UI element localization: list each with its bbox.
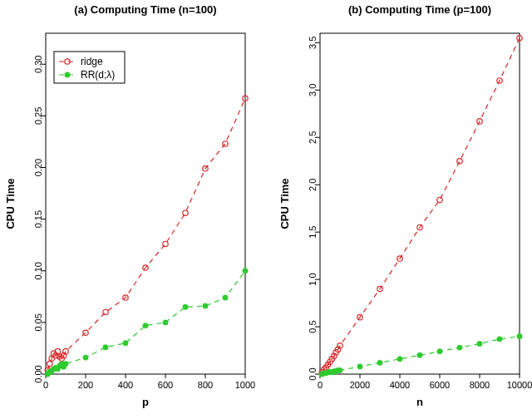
y-tick-label: 0.5 — [308, 320, 318, 333]
series-point-rr — [243, 269, 248, 274]
x-tick-label: 400 — [118, 380, 133, 390]
y-tick-label: 2.5 — [308, 131, 318, 144]
series-point-ridge — [183, 210, 188, 215]
series-point-rr — [103, 344, 108, 349]
figure: (a) Computing Time (n=100)02004006008001… — [0, 0, 532, 419]
series-point-rr — [183, 304, 188, 309]
series-point-rr — [517, 333, 522, 338]
legend-label-rr: RR(d;λ) — [81, 69, 115, 81]
y-axis-label: CPU Time — [278, 178, 291, 229]
series-point-rr — [417, 352, 422, 357]
panel-title: (b) Computing Time (p=100) — [348, 3, 491, 16]
y-tick-label: 3.5 — [308, 37, 318, 49]
y-tick-label: 0.20 — [33, 159, 43, 176]
y-tick-label: 0.25 — [33, 107, 43, 125]
series-point-ridge — [163, 241, 168, 246]
legend-label-ridge: ridge — [81, 56, 103, 67]
series-point-rr — [83, 355, 88, 360]
x-tick-label: 1000 — [235, 380, 255, 390]
series-point-ridge — [457, 159, 462, 164]
x-axis-label: n — [416, 396, 423, 408]
series-point-rr — [457, 345, 462, 350]
y-tick-label: 0.10 — [33, 262, 43, 279]
series-point-rr — [143, 323, 148, 328]
x-tick-label: 4000 — [390, 380, 410, 390]
legend: ridgeRR(d;λ) — [54, 52, 125, 83]
series-line-rr — [47, 271, 245, 374]
y-tick-label: 1.5 — [308, 226, 318, 239]
series-point-ridge — [103, 309, 108, 314]
series-point-rr — [437, 348, 442, 353]
series-point-rr — [163, 320, 168, 325]
series-point-rr — [477, 341, 482, 346]
x-tick-label: 800 — [198, 380, 213, 390]
y-tick-label: 0.0 — [308, 367, 318, 380]
x-axis-label: p — [142, 396, 149, 408]
series-point-rr — [223, 295, 228, 300]
x-tick-label: 0 — [43, 380, 48, 390]
panel-b: (b) Computing Time (p=100)02000400060008… — [278, 3, 532, 408]
series-point-rr — [203, 303, 208, 308]
panel-title: (a) Computing Time (n=100) — [74, 3, 216, 16]
series-point-rr — [337, 367, 342, 372]
x-tick-label: 0 — [318, 380, 323, 390]
y-tick-label: 3.0 — [308, 84, 318, 96]
y-axis-label: CPU Time — [4, 178, 17, 229]
x-tick-label: 600 — [158, 380, 173, 390]
series-point-rr — [377, 360, 382, 365]
plots-svg: (a) Computing Time (n=100)02004006008001… — [0, 0, 532, 419]
y-tick-label: 0.05 — [33, 313, 43, 331]
x-tick-label: 200 — [78, 380, 93, 390]
x-tick-label: 6000 — [430, 380, 450, 390]
y-tick-label: 1.0 — [308, 273, 318, 285]
x-tick-label: 10000 — [507, 380, 532, 390]
plot-frame — [320, 33, 520, 374]
series-point-ridge — [437, 197, 442, 202]
y-tick-label: 0.00 — [33, 365, 43, 382]
series-point-rr — [63, 361, 68, 366]
series-line-ridge — [47, 98, 245, 370]
panel-a: (a) Computing Time (n=100)02004006008001… — [4, 3, 255, 408]
series-point-rr — [357, 364, 362, 369]
series-point-rr — [497, 337, 502, 342]
series-point-rr — [397, 357, 402, 362]
y-tick-label: 2.0 — [308, 179, 318, 191]
series-line-ridge — [322, 38, 520, 372]
legend-point-rr — [65, 72, 70, 77]
series-point-ridge — [47, 361, 52, 366]
y-tick-label: 0.15 — [33, 210, 43, 228]
x-tick-label: 2000 — [350, 380, 370, 390]
x-tick-label: 8000 — [470, 380, 490, 390]
y-tick-label: 0.30 — [33, 56, 43, 73]
series-point-rr — [123, 341, 128, 346]
